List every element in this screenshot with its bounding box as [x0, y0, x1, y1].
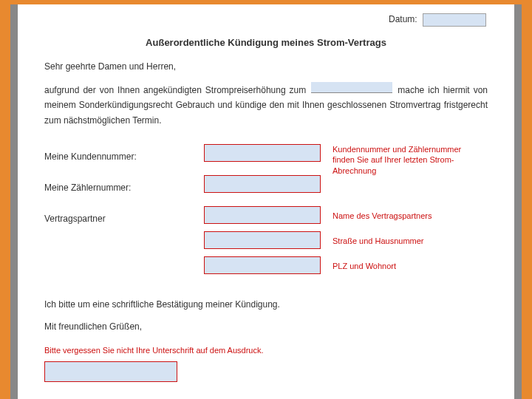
page-gutter-right [514, 4, 522, 399]
hint-partner-city: PLZ und Wohnort [332, 261, 396, 271]
field-partner-city[interactable] [204, 256, 321, 274]
hint-kn-zn: Kundennummer und Zählernummer finden Sie… [332, 144, 480, 176]
field-partner-name[interactable] [204, 206, 321, 224]
label-kundennummer: Meine Kundennummer: [44, 151, 137, 162]
document-title: Außerordentliche Kündigung meines Strom-… [44, 37, 488, 48]
field-zaehlernummer[interactable] [204, 175, 321, 193]
field-partner-street[interactable] [204, 231, 321, 249]
date-row: Datum: [44, 13, 488, 27]
price-increase-date-field[interactable] [311, 82, 392, 93]
document-page: Datum: Außerordentliche Kündigung meines… [10, 4, 522, 399]
date-field[interactable] [423, 13, 486, 27]
fields-block: Meine Kundennummer: Meine Zählernummer: … [44, 144, 488, 283]
signature-hint: Bitte vergessen Sie nicht Ihre Unterschr… [44, 345, 488, 356]
main-paragraph: aufgrund der von Ihnen angekündigten Str… [44, 82, 488, 128]
signature-field[interactable] [44, 361, 177, 382]
label-zaehlernummer: Meine Zählernummer: [44, 183, 131, 193]
field-kundennummer[interactable] [204, 144, 321, 162]
confirmation-text: Ich bitte um eine schriftliche Bestätigu… [44, 299, 488, 310]
hint-partner-street: Straße und Hausnummer [332, 236, 424, 246]
closing-text: Mit freundlichen Grüßen, [44, 321, 488, 332]
page-gutter-left [10, 4, 18, 399]
date-label: Datum: [389, 14, 417, 24]
label-vertragspartner: Vertragspartner [44, 214, 106, 224]
para-text-1: aufgrund der von Ihnen angekündigten Str… [44, 85, 310, 95]
salutation: Sehr geehrte Damen und Herren, [44, 61, 488, 72]
hint-partner-name: Name des Vertragspartners [332, 211, 432, 221]
